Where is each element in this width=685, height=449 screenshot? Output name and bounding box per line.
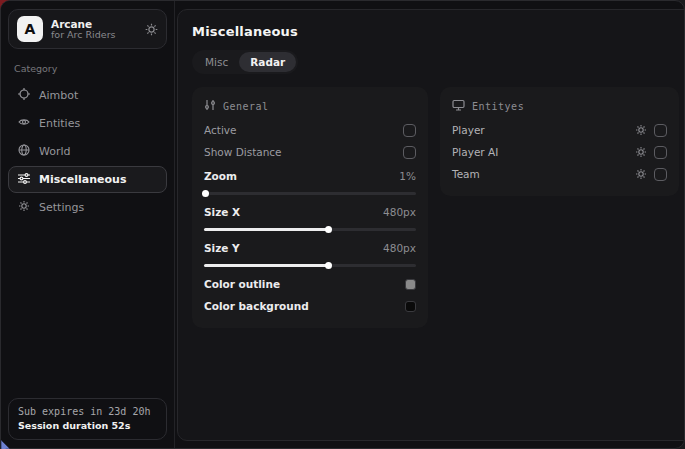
active-label: Active <box>204 124 236 136</box>
sub-expires-text: Sub expires in 23d 20h <box>18 406 157 417</box>
size-y-slider-thumb[interactable] <box>325 262 332 269</box>
size-x-slider-labels: Size X 480px <box>204 201 416 223</box>
color-background-label: Color background <box>204 300 309 312</box>
player-checkbox[interactable] <box>654 124 667 137</box>
general-card-header: General <box>204 95 416 119</box>
color-background-swatch[interactable] <box>405 301 416 312</box>
globe-icon <box>18 144 30 159</box>
sidebar-item-entities[interactable]: Entities <box>8 110 167 137</box>
color-outline-row: Color outline <box>204 273 416 295</box>
tab-misc[interactable]: Misc <box>194 52 239 72</box>
app-name: Arcane <box>51 18 137 30</box>
sidebar-item-label: Aimbot <box>39 89 78 102</box>
gear-icon[interactable] <box>145 23 158 36</box>
size-y-slider-fill <box>204 264 329 267</box>
screen: A Arcane for Arc Riders Category <box>0 0 685 449</box>
entities-card: Entityes Player <box>440 87 679 196</box>
app-meta: Arcane for Arc Riders <box>51 18 137 41</box>
player-ai-checkbox[interactable] <box>654 146 667 159</box>
sidebar-item-label: Miscellaneous <box>39 173 126 186</box>
subscription-card: Sub expires in 23d 20h Session duration … <box>8 398 167 440</box>
entities-card-header: Entityes <box>452 95 667 119</box>
general-card: General Active Show Distance Z <box>192 87 428 328</box>
gear-icon <box>18 200 30 215</box>
zoom-slider-labels: Zoom 1% <box>204 165 416 187</box>
player-ai-controls <box>635 143 667 162</box>
team-row: Team <box>452 163 667 185</box>
category-label: Category <box>14 63 161 74</box>
session-duration-text: Session duration 52s <box>18 420 157 431</box>
size-y-slider-labels: Size Y 480px <box>204 237 416 259</box>
player-label: Player <box>452 124 485 136</box>
sidebar: A Arcane for Arc Riders Category <box>1 1 175 448</box>
zoom-value: 1% <box>399 170 416 182</box>
sidebar-item-world[interactable]: World <box>8 138 167 165</box>
mouse-cursor <box>0 437 14 449</box>
team-controls <box>635 165 667 184</box>
sidebar-item-aimbot[interactable]: Aimbot <box>8 82 167 109</box>
sidebar-item-label: World <box>39 145 71 158</box>
size-x-slider-fill <box>204 228 329 231</box>
size-y-slider-row: Size Y 480px <box>204 237 416 267</box>
sidebar-item-label: Settings <box>39 201 84 214</box>
size-y-value: 480px <box>383 242 416 254</box>
entities-card-title: Entityes <box>472 101 524 112</box>
size-x-value: 480px <box>383 206 416 218</box>
gear-icon[interactable] <box>635 165 647 184</box>
app-header-card: A Arcane for Arc Riders <box>8 9 167 49</box>
sidebar-nav: Aimbot Entities Wo <box>8 82 167 222</box>
color-background-row: Color background <box>204 295 416 317</box>
sidebar-item-settings[interactable]: Settings <box>8 194 167 221</box>
tab-bar: Misc Radar <box>192 50 298 74</box>
gear-icon[interactable] <box>635 143 647 162</box>
main-area: Miscellaneous Misc Radar <box>175 1 685 448</box>
zoom-label: Zoom <box>204 170 237 182</box>
app-logo: A <box>17 16 43 42</box>
active-row: Active <box>204 119 416 141</box>
zoom-slider-row: Zoom 1% <box>204 165 416 195</box>
player-ai-label: Player AI <box>452 146 498 158</box>
size-x-slider-thumb[interactable] <box>325 226 332 233</box>
show-distance-checkbox[interactable] <box>403 146 416 159</box>
page-title: Miscellaneous <box>192 24 679 39</box>
size-y-slider[interactable] <box>204 264 416 267</box>
color-outline-swatch[interactable] <box>405 279 416 290</box>
crosshair-icon <box>18 88 30 103</box>
app-window: A Arcane for Arc Riders Category <box>0 0 685 449</box>
gear-icon[interactable] <box>635 121 647 140</box>
zoom-slider-fill <box>204 192 206 195</box>
size-x-slider[interactable] <box>204 228 416 231</box>
sidebar-item-miscellaneous[interactable]: Miscellaneous <box>8 166 167 193</box>
eye-icon <box>18 116 30 131</box>
size-x-slider-row: Size X 480px <box>204 201 416 231</box>
sidebar-item-label: Entities <box>39 117 80 130</box>
size-y-label: Size Y <box>204 242 240 254</box>
app-logo-letter: A <box>25 21 36 37</box>
show-distance-row: Show Distance <box>204 141 416 163</box>
zoom-slider[interactable] <box>204 192 416 195</box>
tab-radar[interactable]: Radar <box>239 52 296 72</box>
player-row: Player <box>452 119 667 141</box>
sidebar-spacer <box>8 222 167 398</box>
zoom-slider-thumb[interactable] <box>202 190 209 197</box>
active-checkbox[interactable] <box>403 124 416 137</box>
show-distance-label: Show Distance <box>204 146 282 158</box>
size-x-label: Size X <box>204 206 240 218</box>
monitor-icon <box>452 99 465 113</box>
main-panel: Miscellaneous Misc Radar <box>177 9 685 441</box>
app-subtitle: for Arc Riders <box>51 30 137 41</box>
cards-row: General Active Show Distance Z <box>192 87 679 328</box>
team-label: Team <box>452 168 480 180</box>
player-controls <box>635 121 667 140</box>
general-card-title: General <box>223 101 269 112</box>
player-ai-row: Player AI <box>452 141 667 163</box>
sliders-icon <box>18 172 30 187</box>
adjustments-icon <box>204 99 216 113</box>
team-checkbox[interactable] <box>654 168 667 181</box>
color-outline-label: Color outline <box>204 278 280 290</box>
